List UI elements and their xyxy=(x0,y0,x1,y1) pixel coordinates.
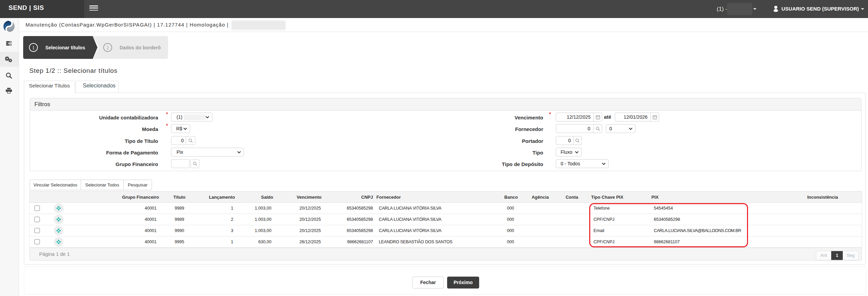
svg-text:1: 1 xyxy=(32,45,35,50)
svg-text:2: 2 xyxy=(107,45,109,50)
svg-text:Selecionar títulos: Selecionar títulos xyxy=(45,45,85,50)
svg-text:7: 7 xyxy=(597,117,598,119)
svg-text:7: 7 xyxy=(654,117,655,119)
svg-text:Dados do borderô: Dados do borderô xyxy=(120,45,161,50)
